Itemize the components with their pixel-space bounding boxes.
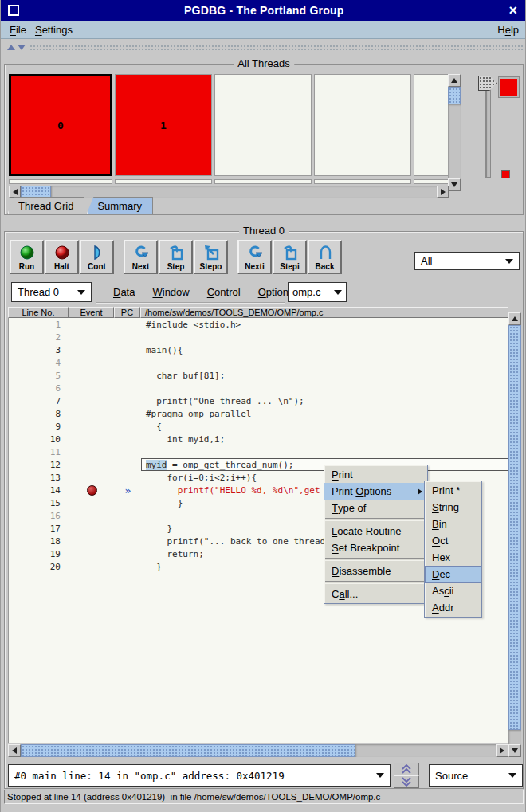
back-button[interactable]: Back	[308, 240, 342, 274]
step-icon	[281, 243, 299, 262]
menu-item-print[interactable]: Print	[324, 466, 427, 483]
scroll-thumb[interactable]	[21, 186, 51, 198]
scroll-right-icon[interactable]	[437, 186, 449, 198]
menu-item-type-of[interactable]: Type of	[324, 500, 427, 516]
selected-expression[interactable]: myid	[146, 460, 167, 470]
source-table-header: Line No. Event PC /home/sw/demos/TOOLS_D…	[8, 307, 508, 318]
scroll-up-icon[interactable]	[508, 312, 521, 325]
source-vscrollbar[interactable]	[508, 312, 521, 757]
context-down-button[interactable]	[394, 775, 419, 788]
menu-bar: FileSettingsHelp	[1, 21, 526, 39]
source-hscrollbar[interactable]	[8, 744, 508, 757]
source-line-7[interactable]: 7 printf("One thread ... \n");	[9, 394, 508, 407]
source-line-12[interactable]: 12 myid = omp_get_thread_num();	[9, 458, 508, 471]
menu-control[interactable]: Control	[198, 286, 241, 298]
step-button[interactable]: Step	[159, 240, 193, 274]
scroll-right-icon[interactable]	[496, 744, 508, 757]
menu-item-print-options[interactable]: Print Options	[324, 483, 427, 500]
menu-help[interactable]: Help	[497, 24, 519, 36]
menu-item-ascii[interactable]: Ascii	[425, 583, 481, 599]
source-line-3[interactable]: 3main(){	[9, 343, 508, 356]
thread-cell[interactable]	[314, 74, 411, 176]
source-line-4[interactable]: 4	[9, 356, 508, 369]
source-line-2[interactable]: 2	[9, 331, 508, 343]
menu-item-hex[interactable]: Hex	[425, 549, 481, 566]
thread-cell[interactable]	[214, 74, 312, 176]
run-icon	[18, 243, 36, 262]
collapse-down-icon[interactable]	[18, 45, 26, 50]
menu-item-addr[interactable]: Addr	[425, 599, 481, 616]
thread-cell-0[interactable]: 0	[9, 74, 112, 176]
scope-select[interactable]: All	[414, 252, 520, 270]
menu-item-string[interactable]: String	[425, 499, 481, 516]
divider-grip[interactable]	[29, 45, 524, 50]
zoom-slider-handle[interactable]	[478, 76, 497, 91]
source-line-11[interactable]: 11	[9, 445, 508, 458]
source-line-6[interactable]: 6	[9, 382, 508, 394]
thread-grid-row2	[9, 179, 449, 184]
next-button[interactable]: Next	[124, 240, 158, 274]
scroll-left-icon[interactable]	[8, 744, 21, 757]
cont-button[interactable]: Cont	[80, 240, 114, 274]
zoom-slider-track[interactable]	[485, 82, 491, 178]
menu-item-disassemble[interactable]: Disassemble	[324, 563, 427, 579]
scroll-down-icon[interactable]	[448, 178, 461, 191]
scroll-thumb[interactable]	[448, 87, 461, 104]
menu-file[interactable]: File	[10, 24, 26, 36]
scroll-up-icon[interactable]	[448, 74, 461, 87]
system-menu-icon[interactable]	[8, 5, 19, 16]
all-threads-title: All Threads	[234, 57, 294, 69]
menu-separator	[325, 518, 426, 521]
scroll-thumb[interactable]	[21, 744, 355, 757]
scroll-track[interactable]	[448, 104, 461, 178]
breakpoint-icon[interactable]	[87, 485, 97, 496]
thread-grid-vscrollbar[interactable]	[448, 74, 461, 191]
close-icon[interactable]: ×	[508, 3, 517, 18]
source-line-5[interactable]: 5 char buf[81];	[9, 369, 508, 382]
scroll-left-icon[interactable]	[9, 186, 21, 198]
column-event[interactable]: Event	[69, 307, 114, 318]
menu-item-dec[interactable]: Dec	[425, 566, 481, 583]
menu-item-bin[interactable]: Bin	[425, 516, 481, 532]
menu-item-locate-routine[interactable]: Locate Routine	[324, 523, 427, 539]
menu-window[interactable]: Window	[143, 286, 189, 298]
thread-select[interactable]: Thread 0	[11, 282, 92, 302]
column-pc[interactable]: PC	[114, 307, 140, 318]
source-line-8[interactable]: 8#pragma omp parallel	[9, 407, 508, 420]
tab-thread-grid[interactable]: Thread Grid	[7, 197, 84, 214]
stepi-button[interactable]: Stepi	[273, 240, 307, 274]
menu-item-print[interactable]: Print *	[425, 482, 481, 499]
context-up-button[interactable]	[394, 763, 419, 775]
scroll-track[interactable]	[355, 744, 496, 757]
menu-separator	[325, 581, 426, 584]
menu-item-call[interactable]: Call...	[324, 586, 427, 602]
source-line-9[interactable]: 9 {	[9, 420, 508, 433]
menu-data[interactable]: Data	[104, 286, 135, 298]
tab-summary[interactable]: Summary	[86, 197, 153, 214]
column-line-no[interactable]: Line No.	[8, 307, 69, 318]
view-mode-select[interactable]: Source	[429, 764, 523, 787]
stepout-button[interactable]: Stepo	[194, 240, 228, 274]
menu-item-oct[interactable]: Oct	[425, 532, 481, 549]
menu-item-set-breakpoint[interactable]: Set Breakpoint	[324, 539, 427, 556]
scroll-track[interactable]	[51, 186, 437, 198]
source-line-1[interactable]: 1#include <stdio.h>	[9, 318, 508, 331]
collapse-up-icon[interactable]	[7, 45, 15, 50]
run-button[interactable]: Run	[10, 240, 44, 274]
nexti-button[interactable]: Nexti	[237, 240, 272, 274]
halt-button[interactable]: Halt	[45, 240, 79, 274]
column-source-path[interactable]: /home/sw/demos/TOOLS_DEMO/OMP/omp.c	[140, 307, 508, 318]
zoom-max-swatch	[499, 77, 519, 97]
file-select[interactable]: omp.c	[288, 282, 347, 302]
menu-settings[interactable]: Settings	[35, 24, 73, 36]
debug-toolbar: Run Halt Cont Next Step Stepo	[10, 240, 343, 274]
split-divider[interactable]	[3, 44, 524, 51]
scroll-thumb[interactable]	[508, 325, 521, 730]
thread-grid-hscrollbar[interactable]	[9, 186, 449, 198]
thread-cell[interactable]	[414, 74, 449, 176]
thread-cell-1[interactable]: 1	[115, 74, 212, 176]
scroll-down-icon[interactable]	[508, 744, 521, 757]
source-line-10[interactable]: 10 int myid,i;	[9, 433, 508, 445]
context-select[interactable]: #0 main line: 14 in "omp.c" address: 0x4…	[8, 764, 391, 787]
scroll-track[interactable]	[508, 730, 521, 744]
